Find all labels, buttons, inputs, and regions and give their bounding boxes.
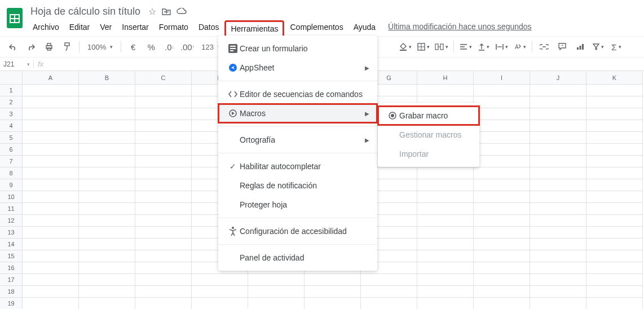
- cell[interactable]: [23, 191, 79, 203]
- cell[interactable]: [135, 167, 192, 179]
- text-rotation-button[interactable]: A: [511, 39, 528, 55]
- cell[interactable]: [135, 286, 192, 298]
- move-to-drive-icon[interactable]: [162, 7, 171, 15]
- cell[interactable]: [79, 108, 135, 120]
- cell[interactable]: [586, 262, 643, 274]
- menu-archivo[interactable]: Archivo: [28, 20, 64, 37]
- merge-cells-button[interactable]: [433, 39, 450, 55]
- cell[interactable]: [417, 85, 474, 96]
- undo-button[interactable]: [5, 39, 21, 55]
- cell[interactable]: [23, 120, 79, 132]
- row-header[interactable]: 2: [0, 96, 23, 108]
- menu-ver[interactable]: Ver: [95, 20, 116, 37]
- cell[interactable]: [586, 286, 643, 298]
- cell[interactable]: [417, 203, 474, 215]
- cell[interactable]: [79, 262, 135, 274]
- cell[interactable]: [23, 156, 79, 167]
- row-header[interactable]: 4: [0, 120, 23, 132]
- cell[interactable]: [23, 203, 79, 215]
- cell[interactable]: [417, 167, 474, 179]
- column-header[interactable]: J: [530, 71, 586, 85]
- redo-button[interactable]: [23, 39, 39, 55]
- menu-formato[interactable]: Formato: [155, 20, 193, 37]
- menu-item-activity-panel[interactable]: Panel de actividad: [218, 248, 377, 267]
- cell[interactable]: [417, 227, 474, 239]
- cell[interactable]: [135, 96, 192, 108]
- cell[interactable]: [530, 132, 586, 144]
- column-header[interactable]: C: [135, 71, 192, 85]
- cell[interactable]: [530, 203, 586, 215]
- menu-herramientas[interactable]: Herramientas: [224, 20, 284, 37]
- cell[interactable]: [79, 144, 135, 156]
- cell[interactable]: [530, 215, 586, 227]
- cell[interactable]: [586, 298, 643, 309]
- cell[interactable]: [586, 167, 643, 179]
- cell[interactable]: [79, 298, 135, 309]
- percent-button[interactable]: %: [143, 39, 160, 55]
- cell[interactable]: [417, 274, 474, 286]
- cell[interactable]: [135, 144, 192, 156]
- cell[interactable]: [474, 85, 530, 96]
- cell[interactable]: [530, 298, 586, 309]
- menu-item-autocomplete[interactable]: ✓ Habilitar autocompletar: [218, 157, 377, 176]
- cell[interactable]: [474, 156, 530, 167]
- cell[interactable]: [23, 274, 79, 286]
- halign-button[interactable]: [457, 39, 474, 55]
- row-header[interactable]: 5: [0, 132, 23, 144]
- cell[interactable]: [586, 108, 643, 120]
- cell[interactable]: [474, 298, 530, 309]
- cell[interactable]: [135, 85, 192, 96]
- cell[interactable]: [530, 144, 586, 156]
- cell[interactable]: [361, 286, 417, 298]
- paint-format-button[interactable]: [59, 39, 76, 55]
- cell[interactable]: [474, 215, 530, 227]
- row-header[interactable]: 10: [0, 191, 23, 203]
- cell[interactable]: [586, 239, 643, 250]
- cell[interactable]: [305, 274, 361, 286]
- select-all-corner[interactable]: [0, 71, 23, 85]
- functions-button[interactable]: Σ: [608, 39, 625, 55]
- cell[interactable]: [23, 298, 79, 309]
- decrease-decimal-button[interactable]: .0↓: [161, 39, 178, 55]
- column-header[interactable]: A: [23, 71, 79, 85]
- row-header[interactable]: 12: [0, 215, 23, 227]
- cell[interactable]: [135, 227, 192, 239]
- cell[interactable]: [23, 262, 79, 274]
- cell[interactable]: [135, 108, 192, 120]
- cell[interactable]: [586, 203, 643, 215]
- last-edit-link[interactable]: Última modificación hace unos segundos: [388, 22, 531, 31]
- menu-editar[interactable]: Editar: [65, 20, 95, 37]
- menu-item-protect-sheet[interactable]: Proteger hoja: [218, 195, 377, 214]
- cell[interactable]: [192, 286, 248, 298]
- menu-item-appsheet[interactable]: AppSheet ▶: [218, 58, 377, 77]
- row-header[interactable]: 6: [0, 144, 23, 156]
- print-button[interactable]: [41, 39, 58, 55]
- cell[interactable]: [135, 262, 192, 274]
- cell[interactable]: [474, 227, 530, 239]
- zoom-select[interactable]: 100%: [83, 39, 117, 55]
- row-header[interactable]: 18: [0, 286, 23, 298]
- cell[interactable]: [530, 274, 586, 286]
- row-header[interactable]: 11: [0, 203, 23, 215]
- cell[interactable]: [586, 215, 643, 227]
- menu-item-accessibility[interactable]: Configuración de accesibilidad: [218, 222, 377, 241]
- cell[interactable]: [474, 262, 530, 274]
- valign-button[interactable]: [475, 39, 492, 55]
- increase-decimal-button[interactable]: .00↑: [179, 39, 196, 55]
- menu-ayuda[interactable]: Ayuda: [349, 20, 380, 37]
- cell[interactable]: [305, 298, 361, 309]
- cell[interactable]: [79, 250, 135, 262]
- cloud-status-icon[interactable]: [177, 8, 187, 15]
- name-box[interactable]: J21▾: [0, 60, 34, 68]
- row-header[interactable]: 9: [0, 179, 23, 191]
- cell[interactable]: [530, 191, 586, 203]
- row-header[interactable]: 1: [0, 85, 23, 96]
- menu-item-spelling[interactable]: Ortografía ▶: [218, 130, 377, 149]
- cell[interactable]: [586, 156, 643, 167]
- row-header[interactable]: 7: [0, 156, 23, 167]
- row-header[interactable]: 15: [0, 250, 23, 262]
- insert-chart-button[interactable]: [572, 39, 589, 55]
- cell[interactable]: [79, 156, 135, 167]
- cell[interactable]: [79, 179, 135, 191]
- cell[interactable]: [474, 108, 530, 120]
